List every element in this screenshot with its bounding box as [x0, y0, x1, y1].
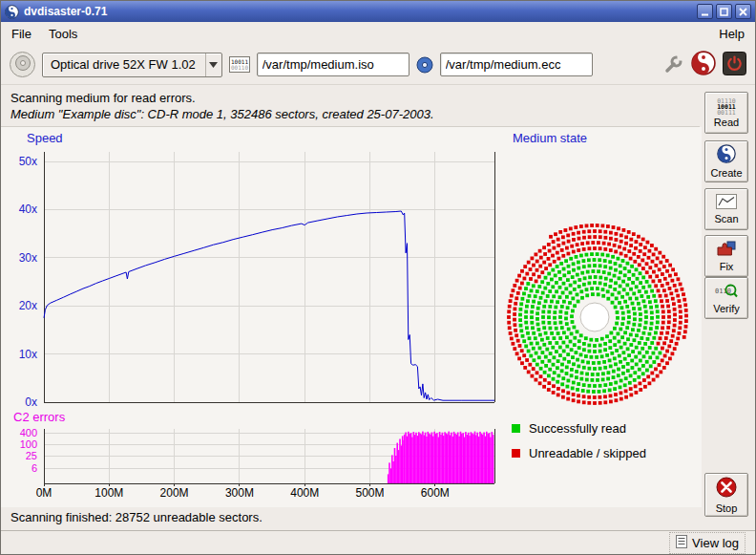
c2-errors-label: C2 errors — [13, 410, 65, 424]
view-log-label: View log — [692, 536, 739, 550]
svg-text:200M: 200M — [160, 486, 189, 500]
statusbar: View log — [1, 530, 755, 554]
svg-text:300M: 300M — [225, 486, 254, 500]
svg-text:25: 25 — [26, 450, 37, 461]
log-icon — [676, 535, 687, 551]
scan-chart-icon — [716, 194, 737, 212]
svg-text:400: 400 — [20, 427, 37, 438]
preferences-button[interactable] — [662, 53, 684, 77]
iso-path-input[interactable] — [257, 53, 410, 76]
medium-state-label: Medium state — [513, 131, 587, 145]
quit-button[interactable] — [723, 52, 746, 78]
legend-successfully-read: Successfully read — [512, 421, 626, 436]
svg-text:20x: 20x — [19, 299, 37, 312]
svg-text:40x: 40x — [19, 203, 37, 216]
iso-image-icon: 1001100110 — [229, 56, 250, 73]
window-title: dvdisaster-0.71 — [24, 5, 107, 18]
chevron-down-icon — [205, 53, 221, 76]
scan-result-text: Scanning finished: 28752 unreadable sect… — [10, 510, 262, 524]
power-icon — [723, 52, 746, 78]
yin-yang-icon — [717, 144, 736, 166]
toolbar: Optical drive 52X FW 1.02 1001100110 — [1, 45, 755, 85]
medium-state-disc — [497, 220, 692, 415]
read-button[interactable]: 01110 10011 00111 Read — [704, 92, 748, 134]
menubar: File Tools Help — [1, 22, 755, 45]
maximize-button[interactable] — [716, 4, 732, 19]
svg-text:50x: 50x — [19, 155, 37, 168]
menu-tools[interactable]: Tools — [40, 24, 86, 44]
titlebar[interactable]: dvdisaster-0.71 — [1, 1, 755, 22]
legend-label-bad: Unreadable / skipped — [529, 446, 646, 460]
binary-lines-icon: 01110 10011 00111 — [717, 98, 736, 116]
view-log-button[interactable]: View log — [669, 532, 746, 554]
minimize-button[interactable] — [697, 4, 713, 19]
svg-text:0M: 0M — [36, 486, 52, 500]
medium-info-text: Medium "Example disc": CD-R mode 1, 3524… — [10, 106, 700, 122]
create-button[interactable]: Create — [704, 140, 748, 182]
drive-select-value: Optical drive 52X FW 1.02 — [43, 53, 205, 76]
scan-button[interactable]: Scan — [704, 188, 748, 230]
action-sidebar: 01110 10011 00111 Read Create Scan Fix 0… — [704, 87, 750, 519]
menu-file[interactable]: File — [3, 24, 40, 44]
svg-text:6: 6 — [32, 462, 37, 474]
stop-icon — [715, 476, 738, 502]
svg-text:100M: 100M — [94, 486, 123, 500]
ecc-file-icon — [416, 56, 433, 74]
scan-status-text: Scanning medium for read errors. — [10, 90, 700, 106]
svg-text:500M: 500M — [356, 486, 385, 500]
fix-button[interactable]: Fix — [704, 235, 748, 277]
create-button-label: Create — [710, 167, 742, 179]
red-yinyang-icon — [691, 51, 716, 78]
red-swatch-icon — [512, 449, 520, 458]
logo-button[interactable] — [691, 51, 716, 78]
app-logo-icon — [5, 5, 19, 19]
svg-text:0x: 0x — [25, 395, 37, 409]
drive-eject-button[interactable] — [10, 52, 35, 77]
speed-chart-label: Speed — [27, 131, 63, 145]
svg-text:400M: 400M — [290, 486, 319, 500]
read-button-label: Read — [714, 117, 739, 128]
chart-area: 0x10x20x30x40x50x4001002560M100M200M300M… — [1, 127, 702, 507]
legend-unreadable: Unreadable / skipped — [512, 446, 646, 460]
svg-text:600M: 600M — [421, 486, 450, 500]
verify-button[interactable]: 0110 Verify — [704, 277, 748, 319]
stop-button-label: Stop — [716, 502, 738, 514]
wrench-icon — [662, 53, 684, 77]
disc-icon — [14, 54, 32, 75]
stop-button[interactable]: Stop — [704, 473, 748, 517]
svg-text:30x: 30x — [19, 251, 37, 265]
fix-button-label: Fix — [720, 261, 734, 272]
svg-text:100: 100 — [20, 438, 37, 450]
scan-button-label: Scan — [714, 213, 738, 224]
ecc-path-input[interactable] — [440, 53, 593, 76]
close-button[interactable] — [735, 4, 751, 19]
svg-text:00110: 00110 — [231, 64, 248, 71]
info-panel: Scanning medium for read errors. Medium … — [1, 85, 700, 127]
legend-label-good: Successfully read — [529, 421, 626, 436]
svg-text:10x: 10x — [19, 348, 37, 361]
verify-button-label: Verify — [713, 303, 740, 314]
drive-select[interactable]: Optical drive 52X FW 1.02 — [42, 53, 222, 77]
menu-help[interactable]: Help — [710, 24, 753, 44]
green-swatch-icon — [512, 424, 520, 433]
puzzle-icon — [716, 240, 737, 260]
magnifier-binary-icon: 0110 — [715, 283, 738, 302]
